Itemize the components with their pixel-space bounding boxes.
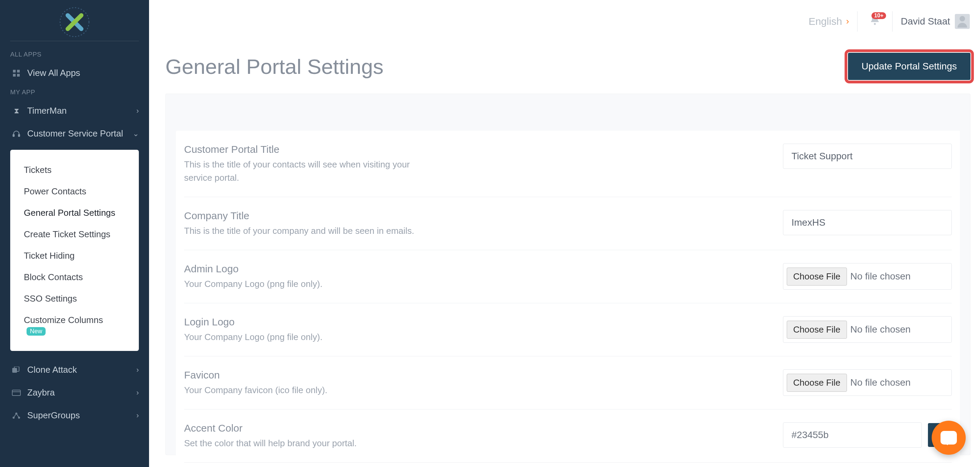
svg-rect-1	[13, 70, 16, 72]
chat-icon	[940, 431, 957, 445]
update-portal-settings-button[interactable]: Update Portal Settings	[848, 53, 970, 80]
svg-line-14	[14, 414, 16, 418]
sidebar-submenu: Tickets Power Contacts General Portal Se…	[10, 150, 139, 351]
setting-row-admin-logo: Admin Logo Your Company Logo (png file o…	[184, 250, 952, 303]
setting-description: This is the title of your contacts will …	[184, 158, 422, 185]
sidebar-item-customer-service-portal[interactable]: Customer Service Portal ⌄	[0, 122, 149, 145]
setting-row-accent-color: Accent Color Set the color that will hel…	[184, 410, 952, 462]
submenu-label: Ticket Hiding	[24, 250, 75, 261]
choose-file-button[interactable]: Choose File	[787, 374, 847, 392]
chat-widget-button[interactable]	[932, 421, 966, 455]
setting-description: Set the color that will help brand your …	[184, 437, 422, 450]
chevron-down-icon: ⌄	[133, 129, 139, 138]
sidebar-item-label: Customer Service Portal	[27, 128, 123, 139]
setting-row-login-logo: Login Logo Your Company Logo (png file o…	[184, 303, 952, 356]
chevron-right-icon: ›	[137, 107, 139, 115]
accent-color-input[interactable]	[783, 422, 922, 448]
language-label: English	[808, 16, 842, 27]
submenu-label: Block Contacts	[24, 272, 83, 282]
main-content: English › 10+ David Staat General Portal…	[149, 0, 980, 467]
favicon-file-input[interactable]: Choose File No file chosen	[783, 369, 952, 396]
submenu-item-customize-columns[interactable]: Customize Columns New	[10, 309, 139, 341]
section-label-my-app: MY APP	[0, 84, 149, 99]
choose-file-button[interactable]: Choose File	[787, 268, 847, 285]
headset-icon	[10, 130, 22, 138]
submenu-label: General Portal Settings	[24, 208, 115, 218]
topbar: English › 10+ David Staat	[149, 0, 980, 43]
setting-description: This is the title of your company and wi…	[184, 224, 422, 237]
svg-rect-4	[17, 74, 20, 77]
svg-line-15	[16, 414, 19, 418]
vertical-divider	[892, 11, 892, 32]
submenu-label: Tickets	[24, 165, 51, 175]
sidebar-item-clone-attack[interactable]: Clone Attack ›	[0, 359, 149, 381]
file-status-text: No file chosen	[850, 271, 911, 282]
logo[interactable]	[0, 7, 149, 37]
sidebar-divider	[10, 41, 139, 41]
sidebar: ALL APPS View All Apps MY APP ⧗ TimerMan…	[0, 0, 149, 467]
sidebar-item-label: Zaybra	[27, 387, 55, 398]
page-header: General Portal Settings Update Portal Se…	[149, 43, 980, 94]
setting-label: Admin Logo	[184, 263, 783, 275]
sidebar-item-label: TimerMan	[27, 105, 67, 116]
submenu-item-create-ticket-settings[interactable]: Create Ticket Settings	[10, 224, 139, 245]
settings-card: Customer Portal Title This is the title …	[165, 94, 970, 455]
setting-label: Company Title	[184, 210, 783, 222]
setting-row-company-title: Company Title This is the title of your …	[184, 197, 952, 250]
setting-description: Your Company favicon (ico file only).	[184, 384, 422, 397]
submenu-item-power-contacts[interactable]: Power Contacts	[10, 181, 139, 202]
setting-label: Customer Portal Title	[184, 143, 783, 155]
admin-logo-file-input[interactable]: Choose File No file chosen	[783, 263, 952, 290]
submenu-label: Create Ticket Settings	[24, 229, 110, 239]
svg-rect-3	[13, 74, 16, 77]
language-selector[interactable]: English ›	[808, 16, 849, 27]
chevron-right-icon: ›	[137, 411, 139, 420]
sidebar-item-label: SuperGroups	[27, 410, 80, 421]
setting-label: Favicon	[184, 369, 783, 381]
user-name: David Staat	[901, 16, 950, 27]
user-menu[interactable]: David Staat	[901, 14, 970, 29]
choose-file-button[interactable]: Choose File	[787, 320, 847, 339]
submenu-item-ticket-hiding[interactable]: Ticket Hiding	[10, 245, 139, 266]
notification-badge: 10+	[872, 12, 886, 19]
sidebar-item-label: Clone Attack	[27, 365, 77, 375]
setting-label: Accent Color	[184, 422, 783, 434]
svg-rect-9	[12, 390, 21, 395]
setting-row-portal-title: Customer Portal Title This is the title …	[184, 131, 952, 197]
submenu-item-tickets[interactable]: Tickets	[10, 159, 139, 181]
notifications-button[interactable]: 10+	[865, 14, 884, 29]
svg-point-16	[874, 23, 876, 25]
vertical-divider	[857, 11, 858, 32]
card-icon	[10, 390, 22, 396]
sidebar-item-view-all-apps[interactable]: View All Apps	[0, 62, 149, 84]
avatar-icon	[955, 14, 970, 29]
sidebar-item-supergroups[interactable]: SuperGroups ›	[0, 404, 149, 427]
chevron-right-icon: ›	[846, 16, 850, 27]
section-label-all-apps: ALL APPS	[0, 47, 149, 62]
setting-description: Your Company Logo (png file only).	[184, 330, 422, 344]
setting-description: Your Company Logo (png file only).	[184, 277, 422, 291]
login-logo-file-input[interactable]: Choose File No file chosen	[783, 316, 952, 343]
submenu-item-sso-settings[interactable]: SSO Settings	[10, 288, 139, 309]
setting-row-intro-email: Introduction Notification Email	[184, 462, 952, 467]
submenu-item-block-contacts[interactable]: Block Contacts	[10, 266, 139, 288]
company-title-input[interactable]	[783, 210, 952, 235]
submenu-item-general-portal-settings[interactable]: General Portal Settings	[10, 202, 139, 224]
page-title: General Portal Settings	[165, 54, 383, 79]
sidebar-item-zaybra[interactable]: Zaybra ›	[0, 381, 149, 404]
submenu-label: Power Contacts	[24, 186, 86, 196]
clone-icon	[10, 367, 22, 373]
svg-rect-5	[13, 134, 14, 137]
portal-title-input[interactable]	[783, 143, 952, 169]
file-status-text: No file chosen	[850, 377, 911, 388]
svg-rect-6	[18, 134, 20, 137]
sidebar-item-timerman[interactable]: ⧗ TimerMan ›	[0, 99, 149, 122]
new-badge: New	[27, 327, 46, 336]
setting-label: Login Logo	[184, 316, 783, 328]
sidebar-item-label: View All Apps	[27, 68, 80, 78]
chevron-right-icon: ›	[137, 365, 139, 375]
network-icon	[10, 412, 22, 419]
chevron-right-icon: ›	[137, 388, 139, 397]
hourglass-icon: ⧗	[10, 107, 22, 115]
file-status-text: No file chosen	[850, 324, 911, 335]
